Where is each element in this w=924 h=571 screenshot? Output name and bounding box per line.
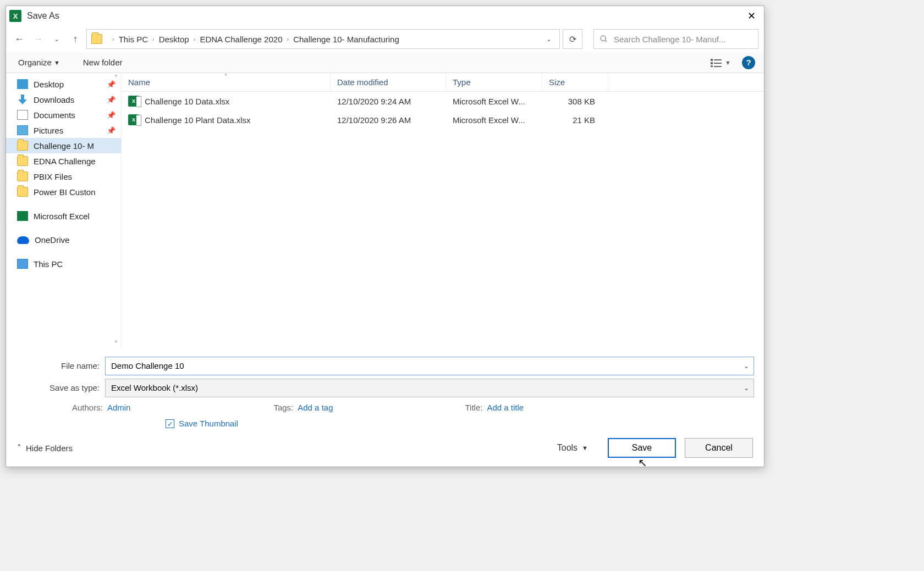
- save-as-dialog: X Save As ✕ ← → ⌄ ↑ › This PC › Desktop …: [6, 5, 765, 467]
- sidebar-item-documents[interactable]: Documents📌: [6, 107, 121, 123]
- column-size[interactable]: Size: [542, 73, 608, 91]
- folder-icon: [17, 141, 28, 151]
- sidebar-item-thispc[interactable]: This PC: [6, 256, 121, 271]
- folder-icon: [17, 187, 28, 197]
- svg-rect-7: [714, 66, 722, 67]
- address-dropdown[interactable]: ⌄: [543, 35, 555, 43]
- hide-folders-button[interactable]: ˄Hide Folders: [17, 443, 73, 453]
- up-button[interactable]: ↑: [68, 31, 83, 47]
- footer: ˄Hide Folders Tools▼ Save Cancel: [6, 430, 764, 467]
- folder-icon: [17, 156, 28, 166]
- sidebar-item-edna[interactable]: EDNA Challenge: [6, 153, 121, 169]
- address-bar[interactable]: › This PC › Desktop › EDNA Challenge 202…: [86, 29, 560, 49]
- chevron-down-icon: ▼: [725, 59, 731, 66]
- title-label: Title:: [465, 403, 482, 412]
- column-headers: ˄Name Date modified Type Size: [122, 73, 764, 92]
- file-row[interactable]: XChallenge 10 Data.xlsx 12/10/2020 9:24 …: [122, 92, 764, 110]
- filename-input[interactable]: Demo Challenge 10⌄: [105, 357, 754, 375]
- breadcrumb-challenge10[interactable]: Challenge 10- Manufacturing: [293, 35, 399, 44]
- toolbar: Organize▼ New folder ▼ ?: [6, 52, 764, 73]
- chevron-down-icon: ▼: [54, 59, 60, 66]
- xlsx-file-icon: X: [128, 96, 139, 107]
- filename-label: File name:: [39, 361, 105, 370]
- sidebar: ˄ Desktop📌 Downloads📌 Documents📌 Picture…: [6, 73, 122, 349]
- chevron-down-icon: ▼: [582, 445, 588, 451]
- save-thumbnail-checkbox[interactable]: ✓: [166, 419, 174, 428]
- fields-area: File name: Demo Challenge 10⌄ Save as ty…: [6, 349, 764, 431]
- sidebar-item-pbix[interactable]: PBIX Files: [6, 169, 121, 184]
- column-date[interactable]: Date modified: [331, 73, 446, 91]
- sort-asc-icon: ˄: [224, 73, 227, 79]
- chevron-right-icon: ›: [152, 36, 155, 42]
- chevron-down-icon[interactable]: ⌄: [744, 362, 749, 370]
- folder-icon: [17, 171, 28, 181]
- downloads-icon: [17, 95, 28, 104]
- documents-icon: [17, 110, 28, 120]
- folder-icon: [91, 34, 102, 44]
- chevron-right-icon: ›: [287, 36, 289, 42]
- authors-value[interactable]: Admin: [107, 403, 131, 412]
- chevron-up-icon: ˄: [17, 443, 21, 453]
- breadcrumb-this-pc[interactable]: This PC: [119, 35, 148, 44]
- file-list: XChallenge 10 Data.xlsx 12/10/2020 9:24 …: [122, 92, 764, 349]
- back-button[interactable]: ←: [12, 31, 27, 47]
- close-icon[interactable]: ✕: [739, 6, 764, 26]
- organize-button[interactable]: Organize▼: [15, 56, 63, 69]
- sidebar-item-pictures[interactable]: Pictures📌: [6, 123, 121, 138]
- sidebar-item-desktop[interactable]: Desktop📌: [6, 76, 121, 92]
- tags-label: Tags:: [273, 403, 293, 412]
- dialog-title: Save As: [27, 11, 59, 21]
- sidebar-item-challenge10[interactable]: Challenge 10- M: [6, 138, 121, 153]
- recent-locations-button[interactable]: ⌄: [49, 31, 64, 47]
- svg-point-0: [601, 36, 606, 41]
- forward-button: →: [30, 31, 46, 47]
- tools-button[interactable]: Tools▼: [557, 443, 588, 453]
- view-options-button[interactable]: ▼: [708, 56, 733, 69]
- sidebar-item-downloads[interactable]: Downloads📌: [6, 92, 121, 107]
- breadcrumb-desktop[interactable]: Desktop: [159, 35, 189, 44]
- save-thumbnail-label[interactable]: Save Thumbnail: [179, 419, 238, 428]
- pin-icon: 📌: [107, 96, 116, 104]
- chevron-down-icon[interactable]: ⌄: [744, 384, 749, 392]
- svg-rect-6: [711, 65, 713, 67]
- excel-icon: [17, 211, 28, 221]
- authors-label: Authors:: [72, 403, 103, 412]
- refresh-button[interactable]: ⟳: [563, 29, 582, 49]
- onedrive-icon: [17, 236, 29, 244]
- savetype-label: Save as type:: [39, 383, 105, 392]
- svg-rect-5: [714, 63, 722, 64]
- sidebar-item-onedrive[interactable]: OneDrive: [6, 232, 121, 247]
- svg-line-1: [605, 40, 607, 42]
- desktop-icon: [17, 79, 28, 89]
- title-value[interactable]: Add a title: [487, 403, 524, 412]
- pin-icon: 📌: [107, 111, 116, 119]
- scroll-up-icon[interactable]: ˄: [112, 74, 120, 82]
- file-pane: ˄Name Date modified Type Size XChallenge…: [122, 73, 764, 349]
- chevron-right-icon: ›: [194, 36, 196, 42]
- sidebar-item-excel[interactable]: Microsoft Excel: [6, 208, 121, 224]
- svg-rect-2: [711, 59, 713, 61]
- search-placeholder: Search Challenge 10- Manuf...: [614, 35, 725, 44]
- new-folder-button[interactable]: New folder: [80, 56, 126, 69]
- chevron-right-icon: ›: [112, 36, 114, 42]
- search-input[interactable]: Search Challenge 10- Manuf...: [593, 29, 758, 49]
- breadcrumb-edna[interactable]: EDNA Challenge 2020: [200, 35, 282, 44]
- cancel-button[interactable]: Cancel: [685, 438, 753, 458]
- details-view-icon: [711, 58, 722, 67]
- pin-icon: 📌: [107, 126, 116, 135]
- nav-row: ← → ⌄ ↑ › This PC › Desktop › EDNA Chall…: [6, 26, 764, 52]
- save-button[interactable]: Save: [608, 438, 676, 458]
- savetype-select[interactable]: Excel Workbook (*.xlsx)⌄: [105, 379, 754, 397]
- sidebar-item-powerbi[interactable]: Power BI Custon: [6, 184, 121, 199]
- scroll-down-icon[interactable]: ˅: [112, 340, 120, 348]
- search-icon: [600, 35, 608, 43]
- svg-rect-3: [714, 59, 722, 60]
- xlsx-file-icon: X: [128, 114, 139, 125]
- column-type[interactable]: Type: [446, 73, 542, 91]
- column-name[interactable]: ˄Name: [122, 73, 331, 91]
- excel-app-icon: X: [9, 10, 21, 22]
- help-button[interactable]: ?: [742, 56, 755, 69]
- pc-icon: [17, 259, 28, 269]
- file-row[interactable]: XChallenge 10 Plant Data.xlsx 12/10/2020…: [122, 110, 764, 129]
- tags-value[interactable]: Add a tag: [298, 403, 333, 412]
